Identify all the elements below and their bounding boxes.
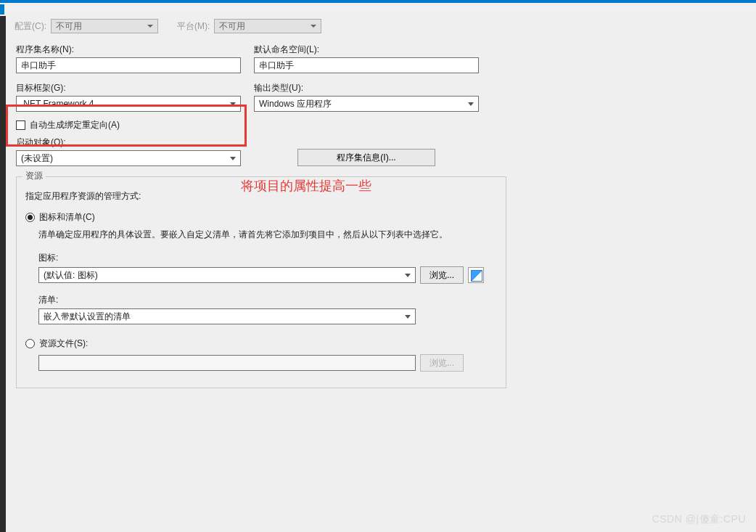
startup-object-label: 启动对象(O):: [16, 136, 241, 149]
platform-dropdown[interactable]: 不可用: [214, 19, 321, 33]
icon-label: 图标:: [38, 252, 497, 264]
target-framework-label: 目标框架(G):: [16, 82, 241, 94]
default-namespace-input[interactable]: [254, 57, 479, 73]
icon-preview: [468, 267, 484, 283]
resource-file-radio-label: 资源文件(S):: [39, 337, 88, 350]
config-label: 配置(C):: [15, 20, 46, 33]
resource-file-browse-button: 浏览...: [420, 354, 464, 372]
target-framework-dropdown[interactable]: .NET Framework 4: [16, 96, 241, 112]
manifest-dropdown[interactable]: 嵌入带默认设置的清单: [38, 308, 416, 324]
resources-subtitle: 指定应用程序资源的管理方式:: [25, 190, 497, 202]
toolbar: 配置(C): 不可用 平台(M): 不可用: [6, 15, 756, 38]
assembly-name-label: 程序集名称(N):: [16, 44, 241, 56]
auto-binding-redirect-checkbox[interactable]: [16, 120, 25, 130]
watermark: CSDN @|傻童:CPU: [652, 513, 746, 526]
config-dropdown[interactable]: 不可用: [51, 19, 158, 33]
assembly-info-button[interactable]: 程序集信息(I)...: [297, 149, 435, 166]
icon-browse-button[interactable]: 浏览...: [420, 266, 464, 284]
startup-object-dropdown[interactable]: (未设置): [16, 150, 241, 166]
output-type-label: 输出类型(U):: [254, 82, 479, 94]
icon-manifest-radio-label: 图标和清单(C): [39, 211, 95, 224]
icon-manifest-description: 清单确定应用程序的具体设置。要嵌入自定义清单，请首先将它添加到项目中，然后从以下…: [38, 228, 459, 242]
output-type-dropdown[interactable]: Windows 应用程序: [254, 96, 479, 112]
icon-dropdown[interactable]: (默认值: 图标): [38, 267, 416, 283]
resource-file-radio[interactable]: [25, 339, 35, 348]
resources-group-title: 资源: [22, 170, 46, 182]
resource-file-input: [38, 355, 416, 371]
platform-label: 平台(M):: [177, 20, 210, 33]
auto-binding-redirect-label: 自动生成绑定重定向(A): [30, 119, 120, 131]
resources-group: 资源 指定应用程序资源的管理方式: 图标和清单(C) 清单确定应用程序的具体设置…: [16, 176, 506, 388]
icon-manifest-radio[interactable]: [25, 213, 35, 222]
assembly-name-input[interactable]: [16, 57, 241, 73]
manifest-label: 清单:: [38, 294, 497, 306]
default-namespace-label: 默认命名空间(L):: [254, 44, 479, 56]
